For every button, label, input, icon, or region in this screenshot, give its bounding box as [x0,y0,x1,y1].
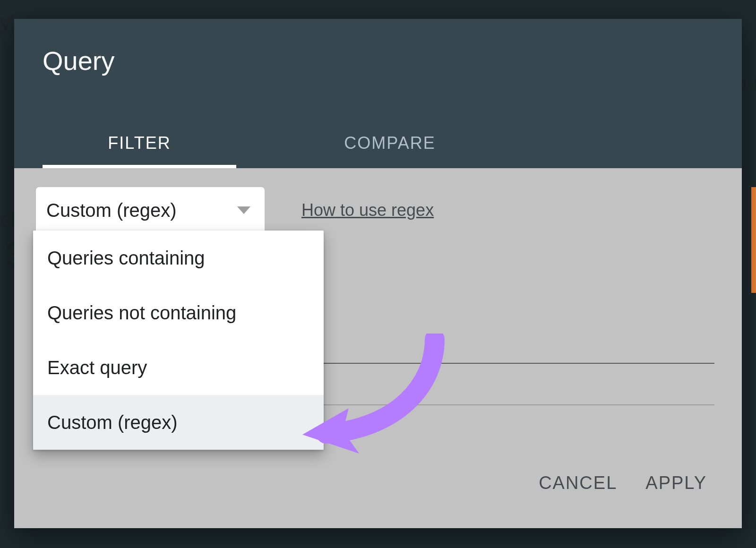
apply-button[interactable]: APPLY [645,473,707,493]
bg-text-fragment: cl [0,208,15,231]
query-filter-dialog: Query FILTER COMPARE How to use regex re… [14,19,742,528]
cancel-button[interactable]: CANCEL [539,473,617,493]
bg-orange-strip [751,187,756,293]
dropdown-option-custom-regex[interactable]: Custom (regex) [33,395,324,450]
dropdown-option-exact-query[interactable]: Exact query [33,340,324,395]
tab-filter[interactable]: FILTER [14,118,265,168]
chevron-down-icon [237,206,250,214]
tab-bar: FILTER COMPARE [14,118,742,168]
help-link-regex[interactable]: How to use regex [301,200,434,220]
dropdown-option-queries-not-containing[interactable]: Queries not containing [33,285,324,340]
dialog-actions: CANCEL APPLY [539,473,707,493]
tab-compare[interactable]: COMPARE [265,118,515,168]
filter-type-select-value: Custom (regex) [46,200,177,221]
dialog-header: Query FILTER COMPARE [14,19,742,168]
dialog-body: How to use regex regex) CANCEL APPLY Cus… [14,168,742,528]
bg-text-fragment: y| [0,10,14,34]
dialog-title: Query [43,45,713,76]
filter-type-select[interactable]: Custom (regex) [42,193,259,228]
dropdown-option-queries-containing[interactable]: Queries containing [33,231,324,285]
filter-type-dropdown: Queries containing Queries not containin… [33,231,324,450]
